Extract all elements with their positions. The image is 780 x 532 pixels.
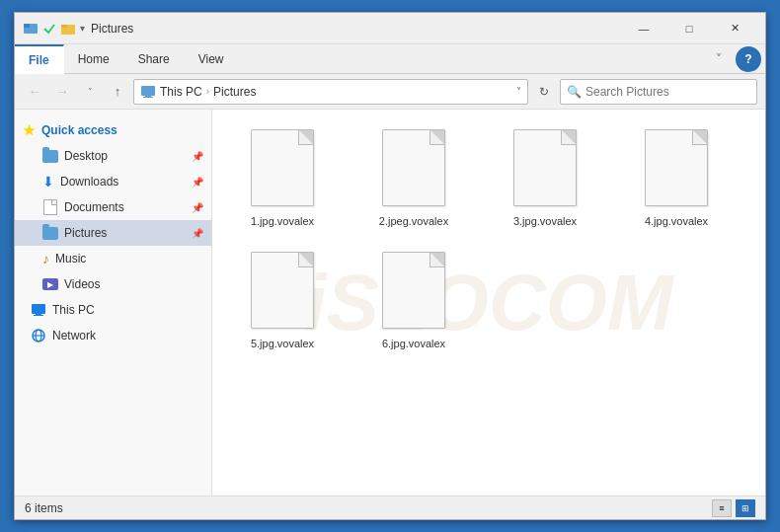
sidebar-item-music[interactable]: ♪ Music <box>15 246 211 271</box>
quick-access-label: Quick access <box>41 123 117 137</box>
sidebar-item-network[interactable]: Network <box>15 323 211 348</box>
path-dropdown-arrow[interactable]: ˅ <box>516 86 521 97</box>
refresh-button[interactable]: ↻ <box>532 80 556 104</box>
this-pc-icon <box>31 302 46 318</box>
help-button[interactable]: ? <box>736 46 761 72</box>
path-this-pc: This PC <box>160 85 202 99</box>
file-name-6: 6.jpg.vovalex <box>382 337 445 350</box>
up-arrow-icon: ↑ <box>115 84 121 99</box>
pin-icon-documents: 📌 <box>192 202 203 213</box>
svg-rect-6 <box>143 97 153 98</box>
file-page-4 <box>645 129 708 206</box>
file-name-3: 3.jpg.vovalex <box>513 214 577 228</box>
refresh-icon: ↻ <box>539 85 549 99</box>
videos-label: Videos <box>64 277 100 291</box>
up-button[interactable]: ↑ <box>106 80 129 104</box>
file-icon-6 <box>378 252 449 333</box>
forward-arrow-icon: → <box>56 84 69 99</box>
file-item[interactable]: 4.jpg.vovalex <box>622 121 731 236</box>
file-name-2: 2.jpeg.vovalex <box>379 214 448 228</box>
file-page-2 <box>382 129 445 206</box>
sidebar-item-desktop[interactable]: Desktop 📌 <box>15 143 211 169</box>
ribbon-tabs: File Home Share View ˅ ? <box>15 44 765 74</box>
file-item[interactable]: 3.jpg.vovalex <box>491 121 599 236</box>
check-icon <box>42 22 56 36</box>
chevron-icon: ˅ <box>716 52 722 66</box>
downloads-label: Downloads <box>60 175 118 189</box>
svg-rect-4 <box>141 86 155 96</box>
tab-home[interactable]: Home <box>64 44 124 73</box>
file-item[interactable]: 6.jpg.vovalex <box>359 244 468 358</box>
status-bar: 6 items ≡ ⊞ <box>15 495 765 519</box>
quick-access-toolbar-icon <box>23 21 39 37</box>
sidebar-item-documents[interactable]: Documents 📌 <box>15 194 211 220</box>
list-view-icon: ≡ <box>719 503 724 513</box>
file-item[interactable]: 1.jpg.vovalex <box>228 121 337 236</box>
sidebar-item-pictures[interactable]: Pictures 📌 <box>15 220 211 246</box>
svg-rect-3 <box>61 25 67 28</box>
folder-title-icon <box>60 21 76 37</box>
file-icon-5 <box>247 252 318 333</box>
address-path[interactable]: This PC › Pictures ˅ <box>133 79 528 105</box>
download-icon: ⬇ <box>42 174 54 190</box>
list-view-button[interactable]: ≡ <box>712 499 732 517</box>
documents-label: Documents <box>64 200 124 214</box>
ribbon-chevron[interactable]: ˅ <box>706 44 732 73</box>
file-area: iSLOCOM 1.jpg.vovalex <box>212 110 765 495</box>
title-bar-icons: ▾ <box>23 21 85 37</box>
file-icon-1 <box>247 129 318 210</box>
dropdown-button[interactable]: ˅ <box>78 80 102 104</box>
back-button[interactable]: ← <box>23 80 46 104</box>
main-content: ★ Quick access Desktop 📌 ⬇ Downloads 📌 <box>15 110 765 495</box>
pictures-label: Pictures <box>64 226 107 240</box>
minimize-button[interactable]: — <box>621 13 666 44</box>
pin-icon-pictures: 📌 <box>192 228 203 239</box>
sidebar: ★ Quick access Desktop 📌 ⬇ Downloads 📌 <box>15 110 212 495</box>
star-icon: ★ <box>23 122 36 138</box>
file-grid: 1.jpg.vovalex 2.jpeg.vovalex <box>228 121 749 359</box>
file-icon-2 <box>378 129 449 210</box>
desktop-label: Desktop <box>64 149 108 163</box>
sidebar-item-videos[interactable]: ▶ Videos <box>15 271 211 297</box>
back-arrow-icon: ← <box>29 84 41 99</box>
maximize-button[interactable]: □ <box>666 13 712 44</box>
svg-rect-1 <box>24 24 30 28</box>
file-page-1 <box>251 129 314 206</box>
file-name-5: 5.jpg.vovalex <box>251 337 314 350</box>
tab-share[interactable]: Share <box>124 44 185 73</box>
file-explorer-window: ▾ Pictures — □ ✕ File Home Share View ˅ … <box>14 12 766 520</box>
search-input[interactable] <box>585 85 750 99</box>
window-title: Pictures <box>91 22 621 36</box>
search-box[interactable]: 🔍 <box>560 79 757 105</box>
music-label: Music <box>55 252 86 266</box>
network-label: Network <box>52 329 96 342</box>
grid-view-button[interactable]: ⊞ <box>736 499 755 517</box>
pc-icon-svg <box>31 303 46 317</box>
search-icon: 🔍 <box>567 85 582 99</box>
forward-button[interactable]: → <box>50 80 74 104</box>
file-item[interactable]: 5.jpg.vovalex <box>228 244 337 358</box>
tab-view[interactable]: View <box>185 44 239 73</box>
svg-rect-7 <box>32 304 45 314</box>
computer-icon <box>140 85 156 99</box>
folder-pictures-icon <box>42 225 58 241</box>
sidebar-item-quick-access[interactable]: ★ Quick access <box>15 117 211 143</box>
file-name-1: 1.jpg.vovalex <box>251 214 314 228</box>
pin-icon-desktop: 📌 <box>192 151 203 162</box>
video-icon: ▶ <box>42 276 58 292</box>
close-button[interactable]: ✕ <box>712 13 757 44</box>
pin-icon-downloads: 📌 <box>192 177 203 188</box>
sidebar-item-this-pc[interactable]: This PC <box>15 297 211 323</box>
file-icon-4 <box>641 129 712 210</box>
sidebar-item-downloads[interactable]: ⬇ Downloads 📌 <box>15 169 211 194</box>
file-icon-3 <box>509 129 581 210</box>
network-icon-svg <box>31 329 46 342</box>
window-controls: — □ ✕ <box>621 13 757 44</box>
file-page-6 <box>382 252 445 329</box>
this-pc-label: This PC <box>52 303 95 317</box>
document-icon <box>42 199 58 215</box>
title-dropdown-arrow[interactable]: ▾ <box>80 23 85 34</box>
path-pictures: Pictures <box>213 85 256 99</box>
tab-file[interactable]: File <box>15 44 64 74</box>
file-item[interactable]: 2.jpeg.vovalex <box>359 121 468 236</box>
